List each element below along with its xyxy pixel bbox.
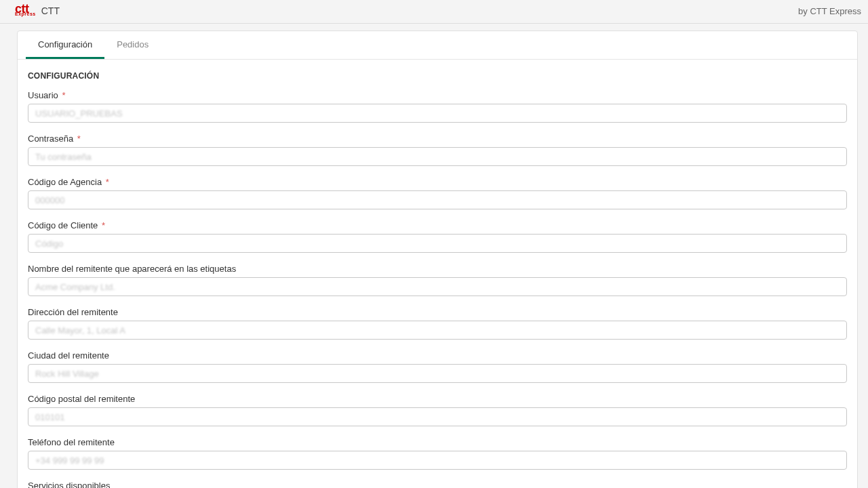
label-codigo-cliente: Código de Cliente *	[28, 220, 847, 230]
field-direccion: Dirección del remitente	[28, 307, 847, 340]
label-contrasena: Contraseña *	[28, 134, 847, 144]
input-usuario[interactable]	[28, 104, 847, 123]
label-servicios: Servicios disponibles	[28, 481, 847, 488]
label-usuario: Usuario *	[28, 90, 847, 100]
required-star: *	[62, 90, 65, 100]
field-servicios: Servicios disponibles Selecciona el serv…	[28, 481, 847, 488]
label-direccion: Dirección del remitente	[28, 307, 847, 317]
topbar: ctt Express CTT by CTT Express	[0, 0, 868, 24]
required-star: *	[102, 220, 105, 230]
field-cp: Código postal del remitente	[28, 394, 847, 426]
field-telefono: Teléfono del remitente	[28, 437, 847, 470]
label-codigo-cliente-text: Código de Cliente	[28, 220, 98, 230]
section-title: CONFIGURACIÓN	[28, 71, 847, 81]
logo-line2: Express	[15, 13, 36, 16]
input-ciudad[interactable]	[28, 364, 847, 383]
input-codigo-agencia[interactable]	[28, 190, 847, 209]
label-codigo-agencia: Código de Agencia *	[28, 177, 847, 187]
label-ciudad: Ciudad del remitente	[28, 350, 847, 361]
form-area: CONFIGURACIÓN Usuario * Contraseña * Cód…	[18, 60, 857, 488]
ctt-logo: ctt Express	[15, 6, 36, 16]
tab-configuracion[interactable]: Configuración	[26, 31, 104, 59]
label-codigo-agencia-text: Código de Agencia	[28, 177, 102, 187]
config-card: Configuración Pedidos CONFIGURACIÓN Usua…	[17, 30, 858, 488]
label-cp: Código postal del remitente	[28, 394, 847, 404]
input-direccion[interactable]	[28, 321, 847, 340]
app-title: CTT	[41, 5, 60, 16]
input-telefono[interactable]	[28, 451, 847, 470]
tab-pedidos[interactable]: Pedidos	[104, 31, 161, 59]
label-contrasena-text: Contraseña	[28, 134, 73, 144]
input-codigo-cliente[interactable]	[28, 234, 847, 253]
input-contrasena[interactable]	[28, 147, 847, 166]
field-nombre-remitente: Nombre del remitente que aparecerá en la…	[28, 264, 847, 296]
field-usuario: Usuario *	[28, 90, 847, 123]
label-telefono: Teléfono del remitente	[28, 437, 847, 447]
required-star: *	[106, 177, 109, 187]
tab-bar: Configuración Pedidos	[18, 31, 857, 60]
label-nombre-remitente: Nombre del remitente que aparecerá en la…	[28, 264, 847, 274]
field-contrasena: Contraseña *	[28, 134, 847, 166]
topbar-left: ctt Express CTT	[15, 5, 60, 16]
byline: by CTT Express	[798, 6, 861, 16]
required-star: *	[77, 134, 81, 144]
input-cp[interactable]	[28, 407, 847, 426]
field-codigo-agencia: Código de Agencia *	[28, 177, 847, 209]
input-nombre-remitente[interactable]	[28, 277, 847, 296]
field-codigo-cliente: Código de Cliente *	[28, 220, 847, 253]
label-usuario-text: Usuario	[28, 90, 58, 100]
field-ciudad: Ciudad del remitente	[28, 350, 847, 383]
